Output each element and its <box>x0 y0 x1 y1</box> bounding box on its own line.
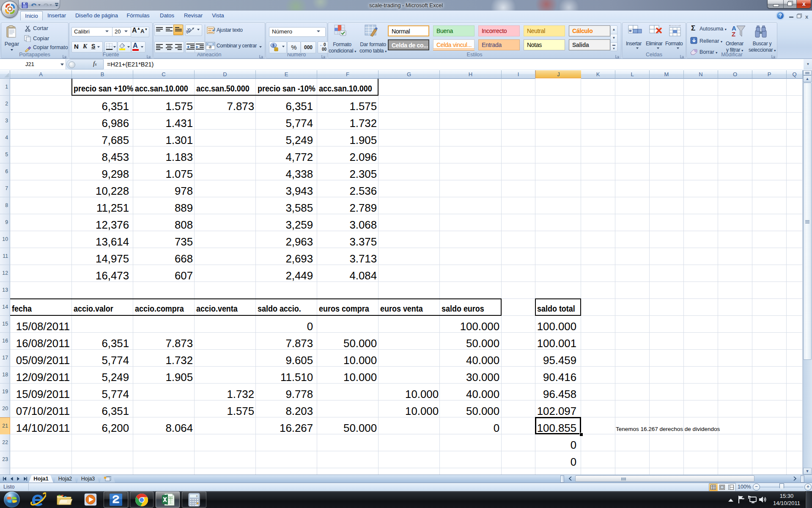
svg-text:a: a <box>209 44 211 49</box>
svg-text:$: $ <box>272 43 274 47</box>
